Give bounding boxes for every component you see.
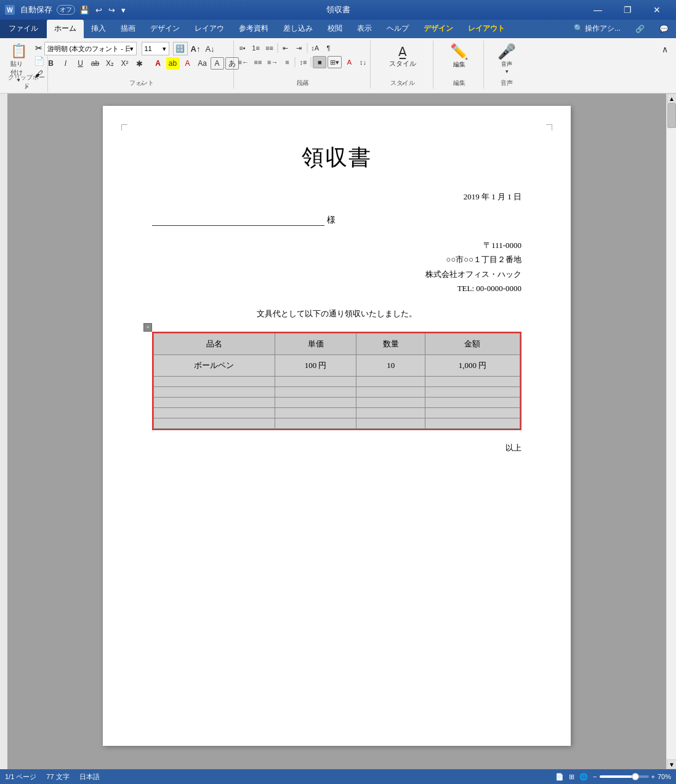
table-cell-name-6[interactable]	[154, 418, 275, 428]
table-cell-qty-3[interactable]	[356, 386, 425, 397]
tab-table-design[interactable]: デザイン	[416, 20, 461, 38]
decrease-indent[interactable]: ⇤	[280, 42, 292, 54]
sort-para[interactable]: ↕↓	[356, 56, 369, 68]
numbering-button[interactable]: 1≡	[250, 42, 262, 54]
share-button[interactable]: 🔗	[628, 20, 652, 38]
table-cell-name-3[interactable]	[154, 386, 275, 397]
tab-help[interactable]: ヘルプ	[379, 20, 416, 38]
scroll-track[interactable]	[667, 103, 676, 759]
subscript-button[interactable]: X₂	[103, 57, 117, 70]
font-family-dropdown[interactable]: ▾	[130, 45, 134, 53]
dictation-dropdown[interactable]: ▾	[505, 68, 509, 74]
search-ribbon[interactable]: 🔍 操作アシ...	[566, 20, 628, 38]
text-color-para[interactable]: A	[343, 56, 355, 68]
font-size-box[interactable]: A	[211, 57, 224, 70]
comment-button[interactable]: 💬	[652, 20, 676, 38]
table-cell-qty-2[interactable]	[356, 376, 425, 386]
tab-design[interactable]: デザイン	[143, 20, 187, 38]
highlight-button[interactable]: ab	[166, 57, 180, 70]
restore-button[interactable]: ❐	[613, 0, 642, 20]
borders-button[interactable]: ⊞▾	[328, 56, 342, 68]
multilevel-button[interactable]: ≡≡	[264, 42, 276, 54]
table-cell-amount-3[interactable]	[425, 386, 520, 397]
redo-button-qa[interactable]: ↪	[107, 4, 117, 16]
tab-mailings[interactable]: 差し込み	[276, 20, 320, 38]
close-button[interactable]: ✕	[643, 0, 671, 20]
zoom-track[interactable]	[600, 775, 649, 778]
font-size-up[interactable]: 🔡	[173, 42, 188, 55]
table-move-handle[interactable]: +	[143, 323, 152, 332]
line-spacing[interactable]: ↕≡	[297, 56, 309, 68]
zoom-thumb[interactable]	[632, 773, 639, 780]
clear-format-button[interactable]: ✱	[133, 57, 147, 70]
web-view-icon[interactable]: 🌐	[579, 773, 588, 781]
align-center[interactable]: ≡≡	[252, 56, 264, 68]
styles-button[interactable]: A̲ スタイル	[384, 42, 421, 71]
underline-button[interactable]: U	[74, 57, 87, 70]
text-effects-button[interactable]: Aa	[196, 57, 209, 70]
align-left[interactable]: ≡←	[236, 56, 251, 68]
font-family-selector[interactable]: 游明朝 (本文のフォント - 日 ▾	[44, 42, 137, 55]
document-table[interactable]: 品名 単価 数量 金額 ボールペン 100 円 10 1,000	[153, 333, 520, 429]
tab-file[interactable]: ファイル	[0, 20, 47, 38]
table-cell-qty-1[interactable]: 10	[356, 354, 425, 376]
document-area[interactable]: 領収書 2019 年 1 月 1 日 様 〒111-0000 ○○市○○１丁目２…	[7, 94, 666, 769]
table-cell-name-5[interactable]	[154, 407, 275, 418]
table-cell-qty-5[interactable]	[356, 407, 425, 418]
autosave-toggle[interactable]: 自動保存	[18, 3, 54, 17]
scrollbar-right[interactable]: ▲ ▼	[666, 94, 676, 769]
table-cell-price-1[interactable]: 100 円	[275, 354, 356, 376]
table-cell-price-2[interactable]	[275, 376, 356, 386]
table-cell-amount-6[interactable]	[425, 418, 520, 428]
zoom-in-button[interactable]: +	[651, 773, 655, 780]
font-size-dropdown[interactable]: ▾	[163, 45, 166, 53]
table-cell-amount-2[interactable]	[425, 376, 520, 386]
table-cell-amount-1[interactable]: 1,000 円	[425, 354, 520, 376]
bold-button[interactable]: B	[44, 57, 58, 70]
shading-para[interactable]: ■	[313, 56, 326, 68]
undo-button-qa[interactable]: ↩	[94, 4, 104, 16]
tab-view[interactable]: 表示	[350, 20, 379, 38]
align-right[interactable]: ≡→	[265, 56, 280, 68]
font-size-increase[interactable]: A↑	[189, 42, 203, 55]
tab-draw[interactable]: 描画	[113, 20, 143, 38]
tab-insert[interactable]: 挿入	[84, 20, 113, 38]
dictation-button[interactable]: 🎤 音声 ▾	[494, 42, 520, 76]
tab-layout[interactable]: レイアウ	[187, 20, 231, 38]
minimize-button[interactable]: —	[584, 0, 612, 20]
table-cell-name-4[interactable]	[154, 397, 275, 407]
scroll-down-arrow[interactable]: ▼	[667, 759, 676, 769]
document-body[interactable]: 文具代として以下の通り領収いたしました。	[152, 308, 521, 319]
scroll-thumb[interactable]	[667, 103, 676, 128]
font-color-button[interactable]: A	[151, 57, 165, 70]
table-cell-price-4[interactable]	[275, 397, 356, 407]
tab-references[interactable]: 参考資料	[231, 20, 276, 38]
document-date[interactable]: 2019 年 1 月 1 日	[152, 191, 521, 202]
table-cell-price-6[interactable]	[275, 418, 356, 428]
sort-button[interactable]: ↕A	[309, 42, 321, 54]
quick-access-dropdown[interactable]: ▾	[119, 4, 127, 16]
table-cell-amount-5[interactable]	[425, 407, 520, 418]
tab-home[interactable]: ホーム	[47, 20, 84, 38]
justify[interactable]: ≡	[281, 56, 293, 68]
table-cell-price-5[interactable]	[275, 407, 356, 418]
bullets-button[interactable]: ≡•	[236, 42, 249, 54]
document-title[interactable]: 領収書	[152, 143, 521, 173]
tab-table-layout[interactable]: レイアウト	[461, 20, 512, 38]
strikethrough-button[interactable]: ab	[89, 57, 102, 70]
table-cell-name-1[interactable]: ボールペン	[154, 354, 275, 376]
ribbon-collapse-button[interactable]: ∧	[659, 43, 671, 55]
zoom-out-button[interactable]: −	[593, 773, 597, 780]
table-cell-qty-6[interactable]	[356, 418, 425, 428]
grid-view-icon[interactable]: ⊞	[569, 773, 574, 781]
italic-button[interactable]: I	[59, 57, 73, 70]
font-size-selector[interactable]: 11 ▾	[142, 42, 169, 55]
document-view-icon[interactable]: 📄	[555, 773, 564, 781]
tab-review[interactable]: 校閲	[320, 20, 350, 38]
superscript-button[interactable]: X²	[118, 57, 132, 70]
show-marks-button[interactable]: ¶	[323, 42, 335, 54]
table-cell-qty-4[interactable]	[356, 397, 425, 407]
table-cell-amount-4[interactable]	[425, 397, 520, 407]
scroll-up-arrow[interactable]: ▲	[667, 94, 676, 103]
table-cell-name-2[interactable]	[154, 376, 275, 386]
